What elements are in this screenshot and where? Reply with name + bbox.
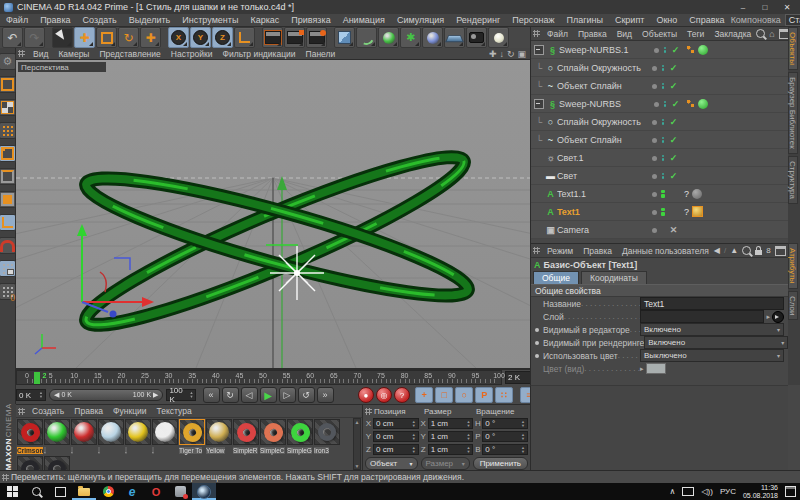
coord-rotation-field[interactable]: 0 °▲▼ [482,431,528,442]
cinema4d-taskbar-button[interactable] [192,483,216,500]
enable-dot-icon[interactable] [649,189,659,199]
task-view-button[interactable] [48,483,72,500]
explorer-taskbar-button[interactable] [72,483,96,500]
lock-x-axis-button[interactable]: X [168,27,189,48]
object-row[interactable]: ▬Свет✓ [531,167,788,185]
network-icon[interactable] [682,487,694,496]
menubar-item[interactable]: Скрипт [609,15,650,25]
material-menu-item[interactable]: Правка [69,406,108,416]
render-settings-button[interactable] [306,27,327,48]
app-taskbar-button[interactable] [168,483,192,500]
panel-handle[interactable] [533,247,540,254]
render-to-picture-viewer-button[interactable] [284,27,305,48]
key-rotation-toggle[interactable]: ○ [455,387,473,403]
panel-tab[interactable]: Объекты [788,27,798,70]
enable-dot-icon[interactable] [651,99,661,109]
object-manager-menu-item[interactable]: Закладка [709,29,756,39]
previous-frame-button[interactable]: ◁ [241,387,258,403]
object-row[interactable]: §Sweep-NURBS.1✓ [531,41,788,59]
phong-tag-icon[interactable] [686,99,695,108]
material-thumbnail[interactable] [206,419,232,445]
add-deformer-button[interactable] [422,27,443,48]
visibility-dots-icon[interactable] [659,155,667,161]
viewport-menu-item[interactable]: Камеры [53,49,94,59]
menubar-item[interactable]: Рендеринг [450,15,506,25]
object-manager-menu-item[interactable]: Теги [682,29,709,39]
object-manager-menu-item[interactable]: Объекты [637,29,682,39]
enable-dot-icon[interactable] [649,225,659,235]
expander-icon[interactable] [534,99,544,109]
model-mode-button[interactable] [0,76,16,93]
texture-tag-icon[interactable] [698,45,708,55]
record-keyframe-button[interactable]: ● [358,387,374,403]
history-back-icon[interactable]: ◀ [714,246,720,255]
animation-dot-icon[interactable] [535,328,543,332]
menubar-item[interactable]: Каркас [244,15,285,25]
zoom-view-icon[interactable]: ↓ [499,49,504,59]
visibility-dots-icon[interactable] [659,208,667,216]
attribute-menu-item[interactable]: Режим [542,246,578,256]
last-tool-button[interactable]: ✚ [140,27,161,48]
chrome-taskbar-button[interactable] [96,483,120,500]
layer-field[interactable] [640,310,764,323]
maximize-button[interactable]: □ [754,3,776,12]
menubar-item[interactable]: Выделить [123,15,177,25]
toggle-view-icon[interactable]: ▣ [517,49,526,59]
material-menu-item[interactable]: Создать [27,406,69,416]
panel-handle[interactable] [365,408,372,415]
opera-taskbar-button[interactable]: O [144,483,168,500]
object-manager-menu-item[interactable]: Файл [542,29,573,39]
search-icon[interactable] [756,29,765,38]
material-thumbnail[interactable] [314,419,340,445]
live-selection-button[interactable] [52,27,73,48]
menubar-item[interactable]: Создать [77,15,123,25]
workplane-lock-button[interactable] [0,260,16,277]
key-pla-toggle[interactable]: ∷ [495,387,513,403]
disabled-cross-icon[interactable]: ✕ [667,225,680,235]
material-item[interactable]: . [125,419,151,455]
coord-position-field[interactable]: 0 cm▲▼ [373,444,419,455]
key-scale-toggle[interactable]: □ [435,387,453,403]
play-backwards-button[interactable]: ↺ [298,387,315,403]
object-name[interactable]: Сплайн Окружность [557,63,649,73]
object-row[interactable]: └~Объект Сплайн✓ [531,131,788,149]
snap-magnet-button[interactable] [0,237,16,254]
visibility-dots-icon[interactable] [661,101,669,107]
material-item[interactable]: SimpleC [260,419,286,455]
make-editable-button[interactable]: ⚙ [0,53,16,70]
material-item[interactable]: Tiger To [179,419,205,455]
panel-tab[interactable]: Слои [788,291,798,320]
timeline-ruler[interactable]: 0510152025303540455055606570758085909510… [16,370,502,385]
visibility-dots-icon[interactable] [659,173,667,179]
enable-dot-icon[interactable] [649,207,659,217]
layer-popup-icon[interactable]: ▸ [766,313,770,321]
parent-object-icon[interactable]: ▲ [730,246,738,255]
link-icon[interactable]: 8 [766,246,770,255]
coord-size-field[interactable]: 1 cm▲▼ [428,431,474,442]
object-manager-menu-item[interactable]: Правка [573,29,612,39]
object-name[interactable]: Sweep-NURBS.1 [559,45,651,55]
key-position-toggle[interactable]: + [415,387,433,403]
keying-help-button[interactable]: ? [394,387,410,403]
material-thumbnail[interactable] [179,419,205,445]
add-nurbs-button[interactable] [378,27,399,48]
object-name[interactable]: Объект Сплайн [557,81,649,91]
start-button[interactable] [0,483,24,500]
object-name[interactable]: Text1.1 [557,189,649,199]
object-row[interactable]: ▣Camera✕ [531,221,788,239]
viewport-menu-item[interactable]: Фильтр индикации [217,49,300,59]
coord-position-field[interactable]: 0 cm▲▼ [373,418,419,429]
enable-dot-icon[interactable] [649,153,659,163]
history-forward-icon[interactable]: / [724,246,726,255]
name-field[interactable]: Text1 [640,297,784,310]
material-item[interactable]: . [44,419,70,455]
add-cube-primitive-button[interactable] [334,27,355,48]
enable-dot-icon[interactable] [651,45,661,55]
attribute-section-header[interactable]: Общие свойства [531,284,788,297]
play-button[interactable]: ▶ [260,387,277,403]
material-thumbnail[interactable] [287,419,313,445]
axis-mode-button[interactable] [0,214,16,231]
material-item[interactable]: . [71,419,97,455]
coord-size-field[interactable]: 1 cm▲▼ [428,418,474,429]
next-frame-button[interactable]: ▷ [279,387,296,403]
